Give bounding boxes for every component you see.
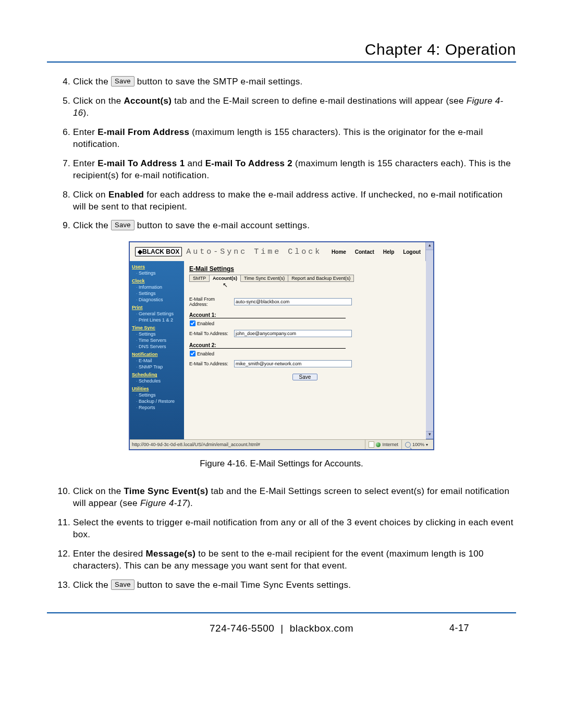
nav-home[interactable]: Home	[332, 249, 346, 255]
chapter-title: Chapter 4: Operation	[47, 41, 516, 58]
text-bold: Enabled	[108, 190, 144, 200]
text: Select the events to trigger e-mail noti…	[73, 517, 513, 539]
text: button to save the e-mail account settin…	[137, 220, 310, 230]
step-6: Enter E-mail From Address (maximum lengt…	[73, 127, 516, 151]
instruction-list-a: Click the Save button to save the SMTP e…	[47, 76, 516, 232]
text: Enter	[73, 127, 97, 137]
sidebar-item-time-servers[interactable]: Time Servers	[130, 337, 184, 343]
save-button-inline[interactable]: Save	[111, 76, 134, 87]
scroll-down-icon[interactable]: ▾	[426, 431, 433, 439]
tab-accounts[interactable]: Account(s)	[210, 275, 241, 282]
save-button-inline[interactable]: Save	[111, 579, 134, 590]
text: Click on the	[73, 486, 124, 496]
sidebar-item-reports[interactable]: Reports	[130, 404, 184, 411]
tab-time-sync-events[interactable]: Time Sync Event(s)	[241, 275, 288, 282]
status-zoom[interactable]: 100% ▾	[401, 440, 431, 449]
text: button to save the e-mail Time Sync Even…	[137, 580, 351, 590]
tab-smtp[interactable]: SMTP	[189, 275, 210, 282]
row-to-address-2: E-Mail To Address:	[189, 360, 421, 367]
app-header: ◆BLACK BOX Auto-Sync Time Clock Home Con…	[130, 242, 426, 261]
text-bold: E-mail From Address	[97, 127, 189, 137]
sidebar-item-settings[interactable]: Settings	[130, 270, 184, 276]
sidebar-section-timesync[interactable]: Time Sync	[130, 323, 184, 331]
text: and	[185, 158, 205, 168]
tab-bar: SMTP Account(s) Time Sync Event(s) Repor…	[189, 275, 421, 282]
figure-screenshot: ▴ ▾ ◆BLACK BOX Auto-Sync Time Clock Home…	[129, 241, 434, 450]
row-to-address-1: E-Mail To Address:	[189, 330, 421, 337]
zoom-icon	[405, 442, 411, 448]
text-bold: Time Sync Event(s)	[124, 486, 208, 496]
account2-header: Account 2:	[189, 342, 346, 349]
text: Click on	[73, 190, 108, 200]
page-footer: 724-746-5500 | blackbox.com 4-17	[47, 623, 516, 634]
vertical-scrollbar[interactable]: ▴ ▾	[425, 242, 433, 439]
figure-caption: Figure 4-16. E-Mail Settings for Account…	[47, 459, 516, 469]
sidebar-item-backup-restore[interactable]: Backup / Restore	[130, 398, 184, 404]
label-to-address: E-Mail To Address:	[189, 331, 234, 336]
sidebar-section-utilities[interactable]: Utilities	[130, 384, 184, 392]
step-11: Select the events to trigger e-mail noti…	[73, 517, 516, 541]
checkbox-account1-enabled[interactable]	[190, 320, 195, 326]
label-enabled: Enabled	[197, 321, 214, 326]
step-12: Enter the desired Message(s) to be sent …	[73, 548, 516, 572]
status-zone: Internet	[365, 440, 401, 449]
sidebar-item-diagnostics[interactable]: Diagnostics	[130, 297, 184, 303]
step-4: Click the Save button to save the SMTP e…	[73, 76, 516, 88]
divider-top	[47, 61, 516, 63]
status-bar: http://00-40-9d-3c-0d-e8.local/US/Admin/…	[130, 439, 433, 449]
input-from-address[interactable]	[234, 298, 352, 305]
sidebar-section-clock[interactable]: Clock	[130, 276, 184, 284]
nav-logout[interactable]: Logout	[403, 249, 421, 255]
text: Enter the desired	[73, 549, 146, 559]
brand-logo: ◆BLACK BOX	[135, 247, 182, 256]
sidebar-item-settings[interactable]: Settings	[130, 331, 184, 337]
sidebar-item-snmp-trap[interactable]: SNMP Trap	[130, 364, 184, 370]
sidebar-item-general-settings[interactable]: General Settings	[130, 311, 184, 317]
row-from-address: E-Mail From Address:	[189, 297, 421, 307]
footer-site: blackbox.com	[290, 623, 353, 634]
text-bold: E-mail To Address 2	[205, 158, 292, 168]
checkbox-account2-enabled[interactable]	[190, 351, 195, 356]
sidebar-item-dns-servers[interactable]: DNS Servers	[130, 343, 184, 350]
nav-help[interactable]: Help	[383, 249, 395, 255]
input-to-address-1[interactable]	[234, 330, 352, 337]
sidebar-item-schedules[interactable]: Schedules	[130, 378, 184, 384]
text: ).	[83, 108, 89, 118]
sidebar-section-users[interactable]: Users	[130, 262, 184, 270]
input-to-address-2[interactable]	[234, 360, 352, 367]
save-button-inline[interactable]: Save	[111, 220, 134, 230]
text-bold: Account(s)	[124, 96, 172, 106]
sidebar-section-scheduling[interactable]: Scheduling	[130, 370, 184, 378]
step-13: Click the Save button to save the e-mail…	[73, 579, 516, 591]
sidebar-item-email[interactable]: E-Mail	[130, 357, 184, 364]
save-button[interactable]: Save	[292, 374, 317, 380]
nav-contact[interactable]: Contact	[355, 249, 374, 255]
sidebar-item-settings[interactable]: Settings	[130, 392, 184, 398]
status-zoom-text: 100%	[412, 442, 424, 447]
app-title: Auto-Sync Time Clock	[186, 248, 324, 256]
text: Click on the	[73, 96, 124, 106]
scroll-up-icon[interactable]: ▴	[426, 242, 433, 250]
status-zone-text: Internet	[382, 442, 398, 447]
sidebar-section-notification[interactable]: Notification	[130, 350, 184, 357]
text: Click the	[73, 580, 111, 590]
sidebar-section-print[interactable]: Print	[130, 303, 184, 311]
text-bold: E-mail To Address 1	[97, 158, 185, 168]
sidebar-item-information[interactable]: Information	[130, 284, 184, 290]
sidebar: Users Settings Clock Information Setting…	[130, 261, 184, 439]
sidebar-item-print-lines[interactable]: Print Lines 1 & 2	[130, 317, 184, 323]
label-enabled: Enabled	[197, 351, 214, 356]
step-10: Click on the Time Sync Event(s) tab and …	[73, 486, 516, 510]
instruction-list-b: Click on the Time Sync Event(s) tab and …	[47, 486, 516, 591]
text: tab and the E-Mail screen to define e-ma…	[172, 96, 467, 106]
divider-bottom	[47, 612, 516, 613]
text: Click the	[73, 77, 111, 87]
footer-phone: 724-746-5500	[210, 623, 274, 634]
step-7: Enter E-mail To Address 1 and E-mail To …	[73, 158, 516, 182]
globe-icon	[376, 442, 381, 447]
sidebar-item-settings[interactable]: Settings	[130, 290, 184, 297]
page-icon	[369, 441, 374, 448]
account1-header: Account 1:	[189, 312, 346, 318]
tab-report-backup-events[interactable]: Report and Backup Event(s)	[288, 275, 354, 282]
step-8: Click on Enabled for each address to mak…	[73, 189, 516, 213]
